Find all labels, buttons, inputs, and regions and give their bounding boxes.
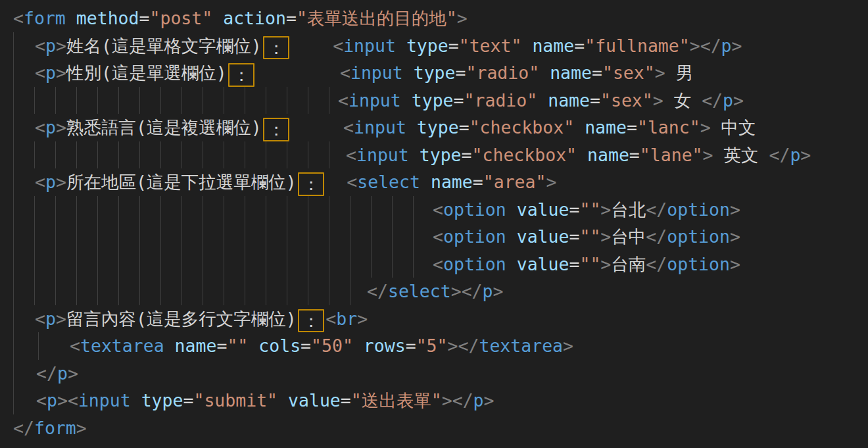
code-token-punctuation: </ — [462, 281, 483, 301]
code-token-tag: option — [443, 254, 506, 274]
code-token-tag: option — [443, 199, 506, 220]
indent-guide — [34, 278, 35, 305]
indent-guide — [118, 196, 119, 224]
indent-guide — [266, 196, 266, 224]
code-token-punctuation: </ — [769, 145, 790, 165]
code-editor[interactable]: <form method="post" action="表單送出的目的地"><p… — [0, 0, 868, 448]
code-line[interactable]: <p>熟悉語言(這是複選欄位)： <input type="checkbox" … — [0, 114, 868, 141]
code-token-operator: = — [473, 172, 483, 192]
unicode-highlight-box: ： — [263, 36, 290, 60]
code-token-punctuation: > — [700, 117, 711, 137]
code-token-punctuation: > — [56, 309, 66, 329]
indent-guide — [329, 196, 329, 224]
code-token-text: 英文 — [713, 145, 769, 165]
code-token-operator: = — [454, 90, 464, 111]
indent-guide — [13, 168, 14, 196]
indent-guide — [34, 223, 35, 251]
indent-guide — [245, 223, 245, 251]
code-token-punctuation: > — [733, 90, 744, 111]
indent-guide — [308, 223, 308, 251]
code-token-operator: = — [286, 8, 297, 28]
code-token-tag: p — [45, 36, 56, 56]
indent-guide — [13, 196, 14, 224]
code-token-punctuation: < — [433, 254, 443, 274]
code-line[interactable]: <input type="checkbox" name="lane"> 英文 <… — [0, 141, 868, 169]
indent-guide — [266, 87, 266, 114]
code-line[interactable]: <p>姓名(這是單格文字欄位)： <input type="text" name… — [0, 32, 868, 60]
code-token-tag: p — [47, 390, 57, 411]
code-token-text — [577, 145, 587, 165]
indent-guide — [97, 141, 98, 169]
code-token-attribute: rows — [364, 336, 406, 356]
code-text: <option value="">台南</option> — [433, 251, 740, 278]
code-token-tag: input — [343, 36, 396, 56]
indent-guide — [118, 223, 119, 251]
code-text: <p>留言內容(這是多行文字欄位)：<br> — [35, 305, 368, 333]
unicode-highlight-box: ： — [228, 63, 255, 87]
code-line[interactable]: <option value="">台中</option> — [0, 223, 868, 251]
indent-guide — [329, 278, 329, 305]
code-line[interactable]: <p>留言內容(這是多行文字欄位)：<br> — [0, 305, 868, 333]
indent-guide — [160, 141, 161, 169]
indent-guide — [203, 251, 203, 278]
code-token-punctuation: > — [493, 281, 504, 301]
code-token-operator: = — [406, 336, 416, 356]
code-token-text — [396, 36, 406, 56]
indent-guide — [392, 223, 393, 251]
code-line[interactable]: <textarea name="" cols="50" rows="5"></t… — [0, 332, 868, 360]
indent-guide — [371, 196, 372, 224]
code-line[interactable]: <p>性別(這是單選欄位)： <input type="radio" name=… — [0, 59, 868, 87]
code-line[interactable]: <p><input type="submit" value="送出表單"></p… — [0, 387, 868, 414]
code-token-text — [291, 36, 333, 56]
code-token-attribute: type — [141, 390, 183, 411]
code-token-punctuation: > — [451, 281, 462, 301]
indent-guide — [203, 278, 203, 305]
indent-guide — [181, 278, 182, 305]
code-text: <form method="post" action="表單送出的目的地"> — [13, 5, 468, 32]
indent-guide — [266, 278, 266, 305]
indent-guide — [413, 251, 414, 278]
code-token-punctuation: > — [653, 90, 663, 111]
code-token-text — [537, 90, 548, 111]
indent-guide — [181, 196, 182, 224]
code-token-punctuation: > — [56, 117, 66, 137]
code-line[interactable]: </select></p> — [0, 278, 868, 305]
code-token-string: "表單送出的目的地" — [297, 8, 457, 28]
code-token-tag: p — [45, 309, 56, 329]
code-line[interactable]: <option value="">台南</option> — [0, 251, 868, 278]
code-line[interactable]: <input type="radio" name="sex"> 女 </p> — [0, 87, 868, 114]
indent-guide — [203, 223, 203, 251]
indent-guide — [13, 141, 14, 169]
code-token-string: "" — [227, 336, 248, 356]
code-token-text: 中文 — [711, 117, 756, 137]
code-token-punctuation: </ — [452, 390, 473, 411]
code-token-operator: = — [569, 254, 579, 274]
code-line[interactable]: </form> — [0, 414, 868, 442]
code-line[interactable]: <p>所在地區(這是下拉選單欄位)： <select name="area"> — [0, 168, 868, 196]
code-line[interactable]: </p> — [0, 360, 868, 387]
code-token-text — [406, 117, 417, 137]
indent-guide — [308, 87, 308, 114]
indent-guide — [181, 223, 182, 251]
code-line[interactable]: <form method="post" action="表單送出的目的地"> — [0, 5, 868, 32]
code-token-operator: = — [569, 199, 579, 220]
indent-guide — [13, 332, 14, 360]
code-token-tag: p — [45, 117, 56, 137]
indent-guide — [245, 87, 245, 114]
code-token-tag: p — [790, 145, 800, 165]
code-line[interactable]: <option value="">台北</option> — [0, 196, 868, 224]
code-token-tag: p — [483, 281, 493, 301]
code-token-punctuation: < — [35, 172, 45, 192]
code-text: </p> — [36, 360, 78, 387]
code-token-punctuation: < — [35, 36, 45, 56]
indent-guide — [287, 278, 287, 305]
code-token-attribute: type — [412, 90, 454, 111]
code-token-tag: p — [57, 363, 68, 384]
code-token-tag: p — [45, 172, 56, 192]
indent-guide — [224, 278, 224, 305]
indent-guide — [34, 196, 35, 224]
indent-guide — [160, 87, 161, 114]
code-token-text: 性別(這是單選欄位) — [66, 62, 227, 83]
code-token-punctuation: < — [13, 8, 24, 28]
indent-guide — [224, 87, 224, 114]
